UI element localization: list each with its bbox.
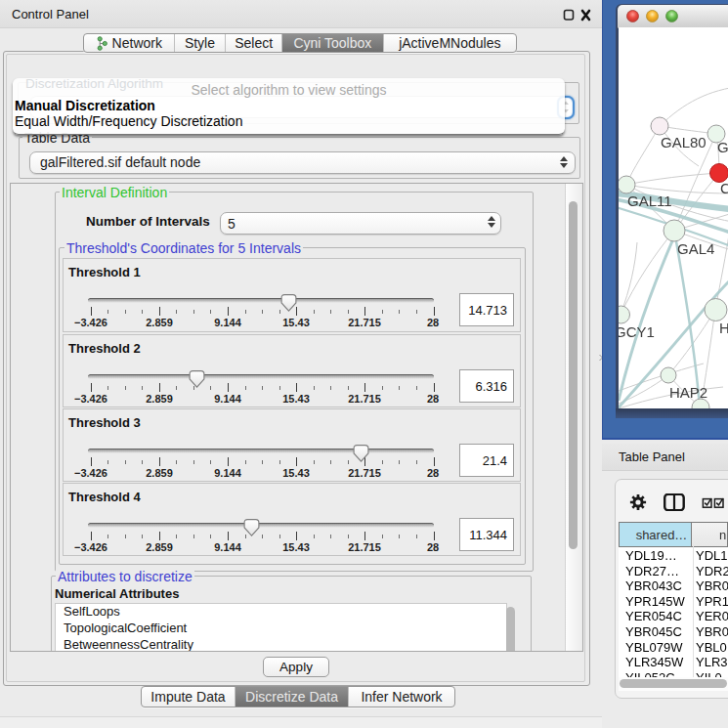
- svg-text:H: H: [719, 320, 728, 336]
- svg-text:GA: GA: [717, 139, 728, 155]
- svg-text:C: C: [720, 180, 728, 196]
- svg-text:GCY1: GCY1: [619, 323, 655, 340]
- svg-text:HAP2: HAP2: [669, 384, 707, 401]
- svg-text:GAL4: GAL4: [677, 240, 714, 257]
- svg-text:GAL11: GAL11: [627, 193, 672, 209]
- svg-text:GAL80: GAL80: [661, 134, 707, 150]
